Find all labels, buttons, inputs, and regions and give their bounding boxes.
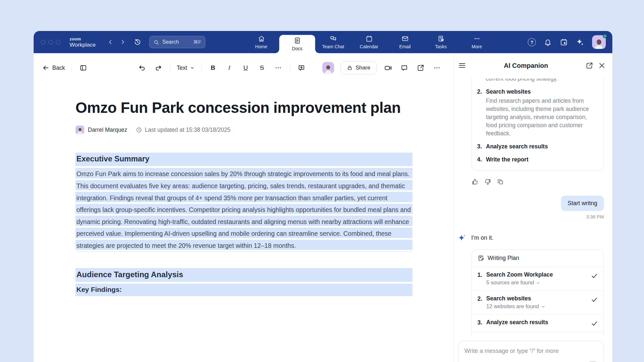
window-zoom-button[interactable] bbox=[56, 40, 60, 44]
bold-button[interactable]: B bbox=[208, 64, 218, 71]
strikethrough-button[interactable]: S bbox=[257, 64, 267, 71]
tab-team-chat[interactable]: Team Chat bbox=[315, 31, 351, 53]
date-panel-icon[interactable] bbox=[560, 38, 568, 46]
document-title[interactable]: Omzo Fun Park concession improvement pla… bbox=[75, 94, 422, 122]
back-arrow-icon bbox=[42, 64, 49, 71]
sidebar-toggle-icon[interactable] bbox=[78, 63, 88, 73]
section-heading-audience-targeting[interactable]: Audience Targeting Analysis bbox=[75, 268, 412, 282]
search-shortcut: ⌘F bbox=[193, 39, 201, 45]
home-icon bbox=[258, 35, 265, 42]
avatar-photo bbox=[594, 38, 604, 49]
ai-plan-message-card: current food pricing strategy. 2. Search… bbox=[472, 78, 604, 171]
nav-back-icon[interactable] bbox=[107, 39, 113, 45]
navbar-left: zoom Workplace Search ⌘F bbox=[34, 36, 205, 48]
plan-step: 2. Search websites 12 websites are found bbox=[472, 291, 604, 314]
section-heading-key-findings[interactable]: Key Findings: bbox=[75, 284, 412, 296]
writing-plan-card: Writing Plan 1. Search Zoom Workplace 5 … bbox=[472, 249, 604, 336]
section-heading-executive-summary[interactable]: Executive Summary bbox=[75, 153, 412, 166]
app-tabs: Home Docs Team Chat Calendar bbox=[243, 31, 495, 53]
more-formatting-icon[interactable] bbox=[273, 63, 283, 73]
tab-home[interactable]: Home bbox=[243, 31, 279, 53]
step-sources-toggle[interactable]: 5 sources are found bbox=[486, 279, 589, 286]
menu-hamburger-icon[interactable] bbox=[458, 61, 466, 70]
search-placeholder: Search bbox=[162, 39, 190, 45]
top-navbar: zoom Workplace Search ⌘F bbox=[34, 31, 612, 53]
plan-item-title: Analyze search results bbox=[486, 143, 548, 151]
clock-icon bbox=[136, 127, 142, 133]
copy-icon[interactable] bbox=[497, 178, 504, 185]
tab-label: Email bbox=[399, 44, 411, 49]
more-actions-icon[interactable] bbox=[432, 63, 442, 73]
tab-label: Team Chat bbox=[322, 44, 344, 49]
tab-label: Tasks bbox=[435, 44, 447, 49]
tab-label: Docs bbox=[292, 46, 302, 51]
underline-button[interactable]: U bbox=[241, 64, 250, 71]
clipped-text-line: current food pricing strategy. bbox=[477, 79, 598, 83]
plan-item-description: Find research papers and articles from w… bbox=[486, 97, 598, 138]
window-close-button[interactable] bbox=[41, 40, 45, 44]
thumbs-down-icon[interactable] bbox=[484, 178, 491, 185]
video-call-icon[interactable] bbox=[383, 63, 393, 73]
tab-label: Calendar bbox=[360, 44, 378, 49]
tab-email[interactable]: Email bbox=[387, 31, 423, 53]
plan-item: 2. Search websites Find research papers … bbox=[477, 88, 598, 138]
writing-plan-header: Writing Plan bbox=[472, 250, 604, 267]
plan-item: 4. Write the report bbox=[477, 156, 598, 164]
plan-step: 4. Writing the report... bbox=[472, 332, 604, 336]
history-icon[interactable] bbox=[134, 38, 141, 46]
composer-placeholder[interactable]: Write a message or type “/” for more bbox=[464, 348, 598, 354]
plan-step: 3. Analyze search results bbox=[472, 314, 604, 332]
conversation-area[interactable]: current food pricing strategy. 2. Search… bbox=[454, 78, 612, 336]
team-chat-icon bbox=[330, 35, 337, 42]
thumbs-up-icon[interactable] bbox=[472, 178, 478, 185]
tab-tasks[interactable]: Tasks bbox=[423, 31, 459, 53]
window-minimize-button[interactable] bbox=[48, 40, 53, 44]
document-canvas[interactable]: Omzo Fun Park concession improvement pla… bbox=[34, 83, 454, 362]
chat-icon[interactable] bbox=[399, 63, 409, 73]
ai-companion-sparkle-icon[interactable] bbox=[576, 38, 584, 46]
email-icon bbox=[401, 35, 409, 42]
step-check-icon bbox=[589, 319, 598, 327]
last-updated-text: Last updated at 15:38 03/18/2025 bbox=[145, 127, 231, 133]
global-search-input[interactable]: Search ⌘F bbox=[149, 36, 205, 48]
open-external-icon[interactable] bbox=[416, 63, 426, 73]
add-comment-icon[interactable] bbox=[297, 63, 306, 73]
ai-sparkle-avatar bbox=[457, 233, 467, 243]
close-icon[interactable] bbox=[598, 62, 606, 69]
tasks-icon bbox=[437, 35, 445, 42]
tab-docs[interactable]: Docs bbox=[279, 35, 315, 53]
italic-button[interactable]: I bbox=[224, 64, 234, 71]
companion-composer[interactable]: Write a message or type “/” for more bbox=[458, 341, 604, 362]
notifications-bell-icon[interactable] bbox=[544, 38, 552, 46]
back-label: Back bbox=[52, 65, 65, 71]
user-message-row: Start writng bbox=[454, 196, 604, 211]
tab-calendar[interactable]: Calendar bbox=[351, 31, 387, 53]
send-button[interactable] bbox=[586, 361, 600, 362]
redo-icon[interactable] bbox=[153, 63, 163, 73]
tab-label: Home bbox=[255, 44, 267, 49]
status-dot bbox=[603, 34, 607, 38]
ai-companion-panel: AI Companion current food pricing strate… bbox=[454, 53, 612, 362]
back-button[interactable]: Back bbox=[42, 64, 65, 71]
window-controls[interactable] bbox=[41, 40, 60, 44]
help-icon[interactable]: ? bbox=[528, 38, 536, 46]
pop-out-icon[interactable] bbox=[586, 62, 593, 69]
lock-icon bbox=[347, 65, 353, 71]
ai-message-row: I’m on it. bbox=[454, 233, 604, 243]
plan-step: 1. Search Zoom Workplace 5 sources are f… bbox=[472, 267, 604, 291]
more-dots-icon bbox=[473, 35, 481, 42]
app-window: zoom Workplace Search ⌘F bbox=[34, 31, 612, 362]
share-button[interactable]: Share bbox=[341, 61, 377, 74]
undo-icon[interactable] bbox=[137, 63, 147, 73]
user-avatar[interactable] bbox=[592, 35, 606, 49]
step-sources-toggle[interactable]: 12 websites are found bbox=[486, 303, 589, 309]
plan-item: 3. Analyze search results bbox=[477, 143, 598, 151]
step-title: Search websites bbox=[486, 295, 589, 302]
executive-summary-paragraph[interactable]: Omzo Fun Park aims to increase concessio… bbox=[75, 168, 412, 251]
nav-forward-icon[interactable] bbox=[120, 39, 126, 45]
message-timestamp: 3:36 PM bbox=[454, 214, 604, 219]
step-check-icon bbox=[589, 271, 598, 279]
text-style-dropdown[interactable]: Text bbox=[177, 65, 195, 71]
tab-more[interactable]: More bbox=[459, 31, 495, 53]
collaborator-avatar[interactable] bbox=[322, 62, 334, 74]
